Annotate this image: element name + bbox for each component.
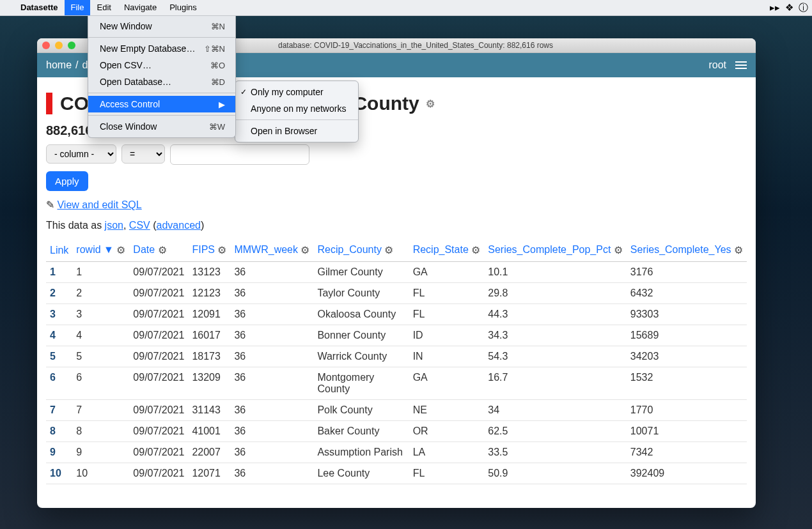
gear-icon[interactable]: ⚙ — [217, 244, 226, 256]
cell-fips: 13123 — [188, 262, 230, 283]
gear-icon[interactable]: ⚙ — [301, 244, 309, 256]
gear-icon[interactable]: ⚙ — [734, 244, 743, 256]
cell-link[interactable]: 7 — [46, 400, 72, 421]
gear-icon[interactable]: ⚙ — [426, 98, 435, 110]
cell-state: OR — [409, 421, 485, 442]
col-series-complete-pop-pct[interactable]: Series_Complete_Pop_Pct ⚙ — [484, 240, 627, 262]
col-mmwr-week[interactable]: MMWR_week ⚙ — [230, 240, 313, 262]
filter-value-input[interactable] — [170, 144, 309, 165]
col-recip-county[interactable]: Recip_County ⚙ — [313, 240, 409, 262]
cell-link[interactable]: 4 — [46, 325, 72, 346]
gear-icon[interactable]: ⚙ — [384, 244, 393, 256]
cell-state: FL — [409, 283, 485, 304]
cell-county: Bonner County — [313, 325, 409, 346]
export-json-link[interactable]: json — [105, 220, 123, 231]
cell-county: Warrick County — [313, 346, 409, 367]
cell-county: Lee County — [313, 463, 409, 484]
file-open-csv[interactable]: Open CSV… ⌘O — [88, 57, 235, 73]
menubar-plugins[interactable]: Plugins — [163, 0, 203, 15]
cell-rowid: 2 — [72, 283, 129, 304]
apply-button[interactable]: Apply — [46, 171, 88, 191]
filter-row: - column - = — [46, 144, 747, 165]
cell-pct: 10.1 — [484, 262, 627, 283]
cell-mmwr-week: 36 — [230, 421, 313, 442]
access-open-browser[interactable]: Open in Browser — [235, 123, 358, 139]
file-menu: New Window ⌘N New Empty Database… ⇧⌘N Op… — [88, 15, 236, 138]
minimize-icon[interactable] — [55, 42, 63, 49]
cell-yes: 3176 — [627, 262, 747, 283]
hamburger-icon[interactable] — [735, 59, 747, 71]
cell-date: 09/07/2021 — [129, 346, 188, 367]
view-edit-sql-link[interactable]: View and edit SQL — [57, 199, 141, 210]
cell-link[interactable]: 8 — [46, 421, 72, 442]
table-row: 7709/07/20213114336Polk CountyNE341770 — [46, 400, 747, 421]
cell-link[interactable]: 5 — [46, 346, 72, 367]
menubar-app[interactable]: Datasette — [14, 0, 65, 15]
cell-date: 09/07/2021 — [129, 367, 188, 400]
cell-mmwr-week: 36 — [230, 283, 313, 304]
cell-fips: 16017 — [188, 325, 230, 346]
menubar-dropbox-icon[interactable]: ❖ — [785, 2, 793, 13]
export-advanced-link[interactable]: advanced — [157, 220, 201, 231]
gear-icon[interactable]: ⚙ — [158, 244, 167, 256]
menubar-file[interactable]: File — [65, 0, 91, 15]
file-new-window[interactable]: New Window ⌘N — [88, 18, 235, 34]
cell-link[interactable]: 2 — [46, 283, 72, 304]
menubar-indicator-icon[interactable]: ▸▸ — [770, 2, 780, 13]
submenu-arrow-icon: ▶ — [219, 100, 225, 109]
gear-icon[interactable]: ⚙ — [614, 244, 623, 256]
cell-link[interactable]: 6 — [46, 367, 72, 400]
gear-icon[interactable]: ⚙ — [116, 244, 125, 256]
cell-fips: 12091 — [188, 304, 230, 325]
close-icon[interactable] — [42, 42, 50, 49]
file-open-database-label: Open Database… — [100, 77, 171, 87]
cell-fips: 41001 — [188, 421, 230, 442]
user-label[interactable]: root — [708, 59, 726, 71]
col-date[interactable]: Date ⚙ — [129, 240, 188, 262]
breadcrumb-home[interactable]: home — [46, 59, 72, 71]
cell-county: Baker County — [313, 421, 409, 442]
file-open-database[interactable]: Open Database… ⌘D — [88, 73, 235, 90]
col-link[interactable]: Link — [46, 240, 72, 262]
table-row: 9909/07/20212200736Assumption ParishLA33… — [46, 442, 747, 463]
file-new-window-label: New Window — [100, 21, 152, 31]
cell-link[interactable]: 1 — [46, 262, 72, 283]
cell-fips: 12123 — [188, 283, 230, 304]
cell-pct: 54.3 — [484, 346, 627, 367]
menubar-info-icon[interactable]: ⓘ — [799, 2, 808, 14]
file-new-empty-db[interactable]: New Empty Database… ⇧⌘N — [88, 40, 235, 57]
cell-county: Montgomery County — [313, 367, 409, 400]
export-csv-link[interactable]: CSV — [129, 220, 150, 231]
gear-icon[interactable]: ⚙ — [471, 244, 480, 256]
col-series-complete-yes[interactable]: Series_Complete_Yes ⚙ — [627, 240, 747, 262]
zoom-icon[interactable] — [68, 42, 75, 49]
menubar-navigate[interactable]: Navigate — [118, 0, 163, 15]
col-rowid[interactable]: rowid ▼ ⚙ — [72, 240, 129, 262]
cell-link[interactable]: 3 — [46, 304, 72, 325]
access-only-my-computer[interactable]: ✓ Only my computer — [235, 84, 358, 100]
file-new-empty-db-label: New Empty Database… — [100, 43, 195, 54]
cell-yes: 93303 — [627, 304, 747, 325]
cell-fips: 31143 — [188, 400, 230, 421]
cell-link[interactable]: 9 — [46, 442, 72, 463]
col-recip-state[interactable]: Recip_State ⚙ — [409, 240, 485, 262]
menubar-edit[interactable]: Edit — [90, 0, 117, 15]
title-prefix: CO — [60, 93, 89, 114]
cell-fips: 22007 — [188, 442, 230, 463]
shortcut: ⌘O — [210, 61, 225, 70]
filter-op-select[interactable]: = — [121, 144, 165, 164]
cell-link[interactable]: 10 — [46, 463, 72, 484]
cell-state: ID — [409, 325, 485, 346]
file-access-control-label: Access Control — [100, 99, 160, 109]
access-anyone-label: Anyone on my networks — [251, 103, 346, 114]
col-fips[interactable]: FIPS ⚙ — [188, 240, 230, 262]
cell-rowid: 7 — [72, 400, 129, 421]
cell-pct: 33.5 — [484, 442, 627, 463]
cell-mmwr-week: 36 — [230, 442, 313, 463]
file-close-window[interactable]: Close Window ⌘W — [88, 118, 235, 135]
cell-state: GA — [409, 262, 485, 283]
access-open-browser-label: Open in Browser — [251, 126, 317, 136]
filter-column-select[interactable]: - column - — [46, 144, 116, 164]
access-anyone-networks[interactable]: Anyone on my networks — [235, 100, 358, 117]
file-access-control[interactable]: Access Control ▶ — [88, 96, 235, 112]
